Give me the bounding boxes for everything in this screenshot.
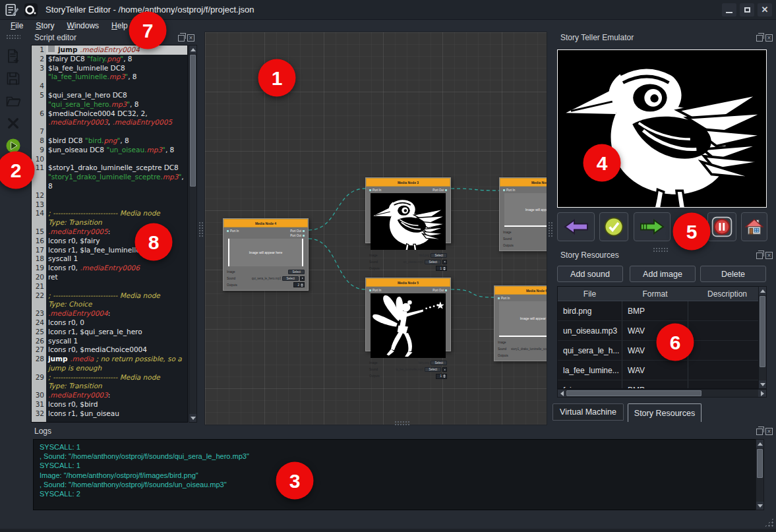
port-in[interactable]: Port In [369,188,381,192]
code-line[interactable]: 23.mediaEntry0004: [32,309,187,318]
graph-node[interactable]: Media Node 6Port InImage will appear her… [494,285,547,361]
code-line[interactable]: 22; -------------------------- Media nod… [32,291,187,310]
code-line[interactable]: 13 [32,200,187,210]
select-image-button[interactable]: Select [431,253,447,258]
tab-virtual-machine[interactable]: Virtual Machine [552,403,624,421]
close-project-button[interactable] [3,113,23,133]
graph-node[interactable]: Media Node 5Port InPort Out Imagefairy.p… [365,278,451,351]
speaker-button[interactable] [442,367,447,372]
close-panel-icon[interactable]: × [187,34,194,42]
scroll-up-icon[interactable] [756,440,763,448]
graph-node[interactable]: Media Node 3Port InPort Out Imagebird.pn… [365,177,451,243]
close-panel-icon[interactable]: × [765,252,773,259]
port-out[interactable]: Port Out [433,288,447,293]
logs-scrollbar[interactable] [756,439,764,510]
graph-node[interactable]: Media Node 2Port InImage will appear her… [499,177,547,251]
select-sound-button[interactable]: Select [282,276,299,281]
spinner-up-icon[interactable] [443,374,446,376]
table-row[interactable]: fairy.pngBMP [558,380,766,389]
spinner-up-icon[interactable] [301,283,303,285]
spinner-down-icon[interactable] [443,376,446,378]
code-line[interactable]: 26syscall 1 [32,337,187,346]
toolbar-grip[interactable] [6,34,20,40]
code-line[interactable]: 12 [32,191,187,200]
code-line[interactable]: 32lcons r1, $un_oiseau [32,409,187,419]
code-line[interactable]: 14; -------------------------- Media nod… [32,209,187,227]
next-button[interactable] [634,212,671,241]
select-image-button[interactable]: Select [431,361,447,365]
close-panel-icon[interactable]: × [765,428,773,435]
code-line[interactable]: 30.mediaEntry0003: [32,391,187,400]
port-out[interactable]: Port Out [433,188,447,192]
scrollbar-thumb[interactable] [190,55,196,187]
code-line[interactable]: 6$mediaChoice0004 DC32, 2, .mediaEntry00… [32,109,187,128]
code-line[interactable]: 29; -------------------------- Media nod… [32,373,187,392]
scroll-right-icon[interactable] [758,390,766,397]
port-in[interactable]: Port In [369,288,381,293]
float-panel-icon[interactable] [756,429,763,435]
save-button[interactable] [3,69,23,88]
code-line[interactable]: 28jump .media ; no return possible, so a… [32,355,187,373]
speaker-button[interactable] [300,276,305,281]
code-line[interactable]: 27lcons r0, $mediaChoice0004 [32,345,187,355]
outputs-spinner[interactable]: 2 [293,282,305,287]
bottom-splitter[interactable] [394,421,410,425]
code-line[interactable]: 2$fairy DC8 "fairy.png", 8 [32,55,187,64]
home-button[interactable] [741,212,767,241]
right-splitter[interactable] [548,222,552,237]
code-line[interactable]: 11$story1_drako_luminelle_sceptre DC8 "s… [32,163,187,191]
pause-button[interactable] [707,212,736,241]
tab-story-resources[interactable]: Story Resources [628,403,701,422]
code-line[interactable]: 1jump .mediaEntry0004 [32,45,187,55]
code-line[interactable]: 24lcons r0, 0 [32,318,187,328]
code-line[interactable]: 25lcons r1, $qui_sera_le_hero [32,328,187,337]
menu-item-windows[interactable]: Windows [67,21,99,30]
code-line[interactable]: 7 [32,127,187,136]
back-button[interactable] [557,212,595,241]
new-file-button[interactable] [3,46,23,66]
add-sound-button[interactable]: Add sound [557,266,623,282]
code-line[interactable]: 19lcons r0, .mediaEntry0006 [32,264,187,273]
menu-item-file[interactable]: File [11,21,23,30]
scroll-down-icon[interactable] [189,414,196,422]
code-line[interactable]: 10 [32,155,187,164]
menu-item-help[interactable]: Help [111,21,128,30]
scroll-up-icon[interactable] [189,45,196,53]
spinner-down-icon[interactable] [443,269,446,270]
code-line[interactable]: 20ret [32,273,187,282]
code-line[interactable]: 8$bird DC8 "bird.png", 8 [32,136,187,146]
menu-item-story[interactable]: Story [36,21,54,30]
speaker-button[interactable] [442,260,447,264]
scroll-down-icon[interactable] [759,380,766,388]
code-line[interactable]: 4 [32,82,187,91]
minimize-button[interactable] [722,3,736,16]
left-splitter[interactable] [198,222,203,237]
outputs-spinner[interactable]: 1 [436,266,447,271]
ok-button[interactable] [599,212,628,241]
scroll-up-icon[interactable] [759,287,766,295]
table-vscrollbar[interactable] [758,286,767,389]
resize-grip[interactable] [764,517,774,527]
float-panel-icon[interactable] [756,252,763,259]
column-header[interactable]: File [558,287,622,301]
port-out[interactable]: Port Out [290,233,305,238]
open-button[interactable] [3,91,23,111]
port-in[interactable]: Port In [498,296,510,301]
close-button[interactable]: ✕ [758,3,772,16]
select-sound-button[interactable]: Select [425,367,441,372]
scroll-left-icon[interactable] [558,390,566,397]
graph-node[interactable]: Media Node 4Port InPort OutPort OutImage… [223,218,309,291]
float-panel-icon[interactable] [178,35,185,42]
scrollbar-thumb[interactable] [760,296,765,367]
select-sound-button[interactable]: Select [425,260,441,264]
port-out[interactable]: Port Out [290,229,305,233]
code-line[interactable]: 9$un_oiseau DC8 "un_oiseau.mp3", 8 [32,146,187,155]
scrollbar-thumb[interactable] [566,390,701,396]
node-canvas[interactable]: Media Node 4Port InPort OutPort OutImage… [204,32,547,425]
scroll-down-icon[interactable] [756,502,763,510]
port-in[interactable]: Port In [503,188,515,192]
table-row[interactable]: bird.pngBMP [558,301,766,321]
float-panel-icon[interactable] [756,35,763,42]
code-line[interactable]: 21 [32,282,187,291]
code-scrollbar[interactable] [189,45,197,423]
